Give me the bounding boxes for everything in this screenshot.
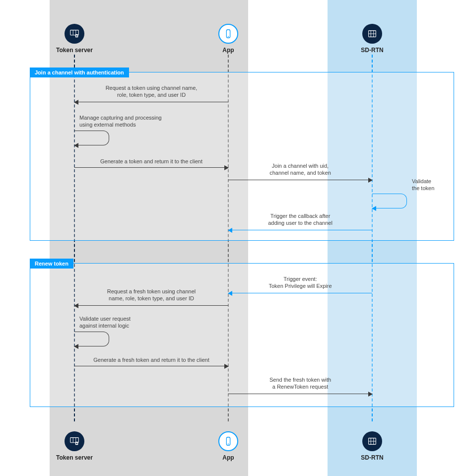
actor-label: Token server [45,47,104,54]
actor-label: SD-RTN [342,47,402,54]
msg-validate-user [74,332,109,346]
msg-generate-fresh [74,366,228,366]
actor-sdrtn-top: SD-RTN [342,24,402,54]
msg-request-token-label: Request a token using channel name, role… [74,84,228,99]
msg-join-channel [228,180,372,180]
actor-app-top: App [199,24,258,54]
msg-request-token [74,102,228,102]
msg-manage-capturing [74,131,109,145]
msg-trigger-event-label: Trigger event: Token Privilege will Expi… [228,275,372,290]
group-renew-title: Renew token [30,259,73,269]
msg-trigger-callback-label: Trigger the callback after adding user t… [228,212,372,227]
svg-rect-15 [76,443,77,444]
actor-sdrtn-bottom: SD-RTN [342,431,402,461]
msg-validate-token-label: Validate the token [412,178,434,192]
msg-trigger-callback [228,230,372,230]
server-icon [65,431,84,451]
msg-join-channel-label: Join a channel with uid, channel name, a… [228,162,372,177]
msg-send-fresh [228,394,372,394]
network-icon [362,24,382,44]
actor-token-server-top: Token server [45,24,104,54]
svg-point-17 [228,444,229,445]
app-icon [218,431,238,451]
svg-rect-4 [76,35,77,36]
msg-request-fresh-label: Request a fresh token using channel name… [74,288,228,302]
msg-validate-token [372,194,407,208]
actor-token-server-bottom: Token server [45,431,104,461]
app-icon [218,24,238,44]
actor-label: App [199,454,258,461]
sequence-diagram: Join a channel with authentication Renew… [0,0,465,476]
msg-validate-user-label: Validate user request against internal l… [79,315,131,330]
actor-label: App [199,47,258,54]
actor-label: SD-RTN [342,454,402,461]
msg-manage-capturing-label: Manage capturing and processing using ex… [79,114,162,129]
network-icon [362,431,382,451]
msg-request-fresh [74,305,228,306]
svg-point-6 [228,36,229,37]
server-icon [65,24,84,44]
msg-send-fresh-label: Send the fresh token with a RenewToken r… [228,376,372,391]
msg-trigger-event [228,293,372,293]
actor-label: Token server [45,454,104,461]
group-join-title: Join a channel with authentication [30,68,129,77]
msg-generate-token-label: Generate a token and return it to the cl… [74,158,228,165]
actor-app-bottom: App [199,431,258,461]
msg-generate-token [74,167,228,168]
msg-generate-fresh-label: Generate a fresh token and return it to … [74,356,228,363]
